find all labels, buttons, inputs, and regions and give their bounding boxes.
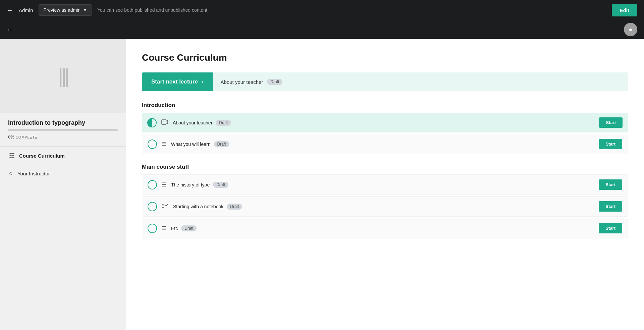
lecture-row: ☰ What you will learn Draft Start (142, 134, 628, 154)
lecture-title: The history of type Draft (171, 182, 594, 188)
top-nav: ← Admin Preview as admin ▼ You can see b… (0, 0, 644, 20)
svg-rect-0 (162, 120, 166, 124)
preview-as-admin-button[interactable]: Preview as admin ▼ (39, 4, 92, 16)
lecture-row: ☰ Etc Draft Start (142, 218, 628, 238)
back-icon: ← (7, 26, 13, 33)
sidebar-item-curriculum-label: Course Curriculum (19, 153, 65, 159)
lecture-row: ☰ The history of type Draft Start (142, 174, 628, 195)
lecture-progress-icon (147, 118, 157, 127)
lecture-row: Starting with a notebook Draft Start (142, 196, 628, 217)
start-next-draft-badge: Draft (267, 79, 282, 85)
start-lecture-button[interactable]: Start (599, 139, 622, 149)
course-logo-icon: ||| (58, 64, 68, 88)
list-check-icon (162, 203, 168, 210)
progress-label: 0% COMPLETE (0, 132, 126, 146)
draft-badge: Draft (227, 204, 242, 210)
start-lecture-button[interactable]: Start (599, 179, 622, 190)
sidebar-image-area: ||| (0, 39, 126, 113)
text-icon: ☰ (162, 225, 166, 231)
lecture-title: Etc Draft (171, 225, 594, 231)
lecture-title: What you will learn Draft (171, 141, 594, 147)
section-introduction: Introduction About your teacher Draft St… (142, 102, 628, 154)
start-next-lecture-button[interactable]: Start next lecture › (142, 72, 213, 91)
section-introduction-title: Introduction (142, 102, 628, 109)
preview-btn-label: Preview as admin (44, 7, 81, 13)
progress-bar-track (8, 129, 118, 131)
arrow-right-icon: › (201, 78, 203, 85)
progress-bar-container (0, 129, 126, 132)
sidebar: ||| Introduction to typography 0% COMPLE… (0, 39, 126, 330)
start-next-banner: Start next lecture › About your teacher … (142, 72, 628, 91)
edit-button[interactable]: Edit (612, 4, 637, 16)
draft-badge: Draft (181, 225, 197, 231)
start-lecture-button[interactable]: Start (599, 223, 622, 233)
start-next-info: About your teacher Draft (213, 79, 291, 85)
person-icon: ○ (9, 170, 13, 177)
avatar-icon: ● (629, 26, 633, 33)
start-next-lecture-name: About your teacher (221, 79, 263, 85)
lecture-title: Starting with a notebook Draft (173, 204, 594, 210)
text-icon: ☰ (162, 181, 166, 188)
lecture-progress-icon (148, 180, 157, 189)
grid-icon: ☷ (9, 152, 14, 159)
admin-label: Admin (19, 7, 33, 13)
sidebar-item-instructor-label: Your Instructor (17, 171, 50, 176)
start-lecture-button[interactable]: Start (599, 117, 623, 128)
secondary-nav: ← ● (0, 20, 644, 39)
admin-back-button[interactable]: ← (7, 6, 13, 14)
course-title: Introduction to typography (0, 113, 126, 129)
start-next-label: Start next lecture (151, 78, 198, 85)
text-icon: ☰ (162, 141, 166, 147)
avatar: ● (624, 23, 637, 36)
section-main-course-title: Main course stuff (142, 164, 628, 170)
start-lecture-button[interactable]: Start (599, 201, 622, 212)
lecture-progress-icon (148, 140, 157, 149)
info-text: You can see both published and unpublish… (97, 7, 606, 13)
draft-badge: Draft (214, 141, 229, 147)
main-content: Course Curriculum Start next lecture › A… (126, 39, 644, 330)
lecture-row: About your teacher Draft Start (142, 113, 628, 132)
lecture-progress-icon (148, 202, 157, 211)
chevron-down-icon: ▼ (83, 8, 87, 12)
video-icon (161, 119, 168, 126)
draft-badge: Draft (216, 120, 231, 126)
layout: ||| Introduction to typography 0% COMPLE… (0, 39, 644, 330)
lecture-progress-icon (148, 224, 157, 233)
back-arrow-icon: ← (7, 6, 13, 14)
page-title: Course Curriculum (142, 52, 628, 63)
lecture-title: About your teacher Draft (173, 120, 594, 126)
sidebar-item-curriculum[interactable]: ☷ Course Curriculum (0, 147, 126, 165)
secondary-back-button[interactable]: ← (7, 26, 13, 34)
draft-badge: Draft (213, 182, 228, 188)
section-main-course: Main course stuff ☰ The history of type … (142, 164, 628, 238)
sidebar-item-instructor[interactable]: ○ Your Instructor (0, 165, 126, 182)
